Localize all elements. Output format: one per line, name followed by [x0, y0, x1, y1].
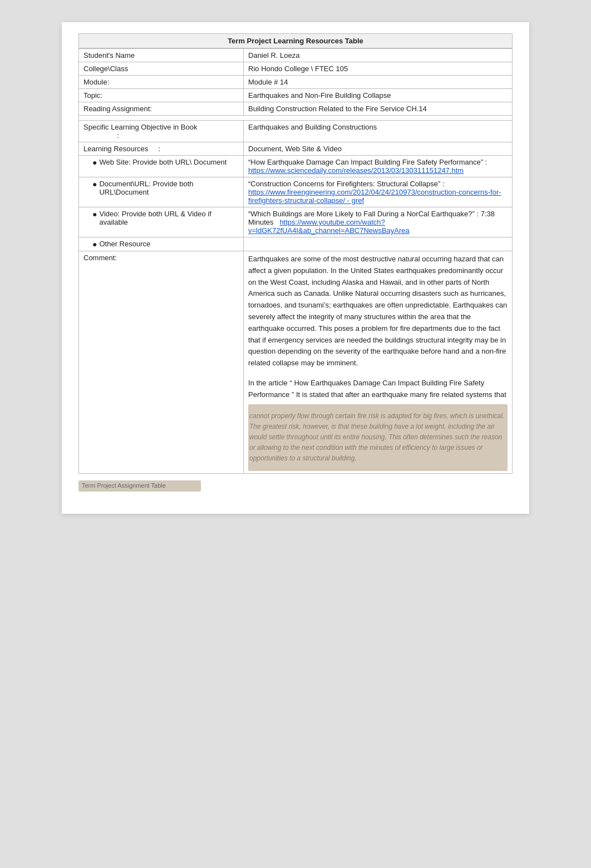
college-value: Rio Hondo College \ FTEC 105 — [244, 62, 513, 76]
slo-row: Specific Learning Objective in Book : Ea… — [79, 121, 513, 142]
main-table: Student's Name Daniel R. Loeza College\C… — [78, 48, 513, 474]
topic-value: Earthquakes and Non-Fire Building Collap… — [244, 89, 513, 102]
web-content: “How Earthquake Damage Can Impact Buildi… — [244, 156, 513, 177]
slo-value: Earthquakes and Building Constructions — [244, 121, 513, 142]
table-row: Topic: Earthquakes and Non-Fire Building… — [79, 89, 513, 102]
document-row: ● Document\URL: Provide both URL\Documen… — [79, 177, 513, 207]
website-row: ● Web Site: Provide both URL\ Document “… — [79, 156, 513, 177]
other-row: ● Other Resource — [79, 237, 513, 251]
video-content: “Which Buildings are More Likely to Fall… — [244, 207, 513, 237]
module-label: Module: — [79, 76, 244, 89]
other-label: ● Other Resource — [79, 237, 244, 251]
reading-label: Reading Assignment: — [79, 102, 244, 116]
table-row: Reading Assignment: Building Constructio… — [79, 102, 513, 116]
footer-bar: Term Project Assignment Table — [78, 480, 201, 492]
table-row: Module: Module # 14 — [79, 76, 513, 89]
comment-paragraph-1: Earthquakes are some of the most destruc… — [248, 254, 508, 369]
doc-label: ● Document\URL: Provide both URL\Documen… — [79, 177, 244, 207]
student-name-value: Daniel R. Loeza — [244, 49, 513, 62]
comment-paragraph-2: In the article “ How Earthquakes Damage … — [248, 378, 508, 401]
topic-label: Topic: — [79, 89, 244, 102]
comment-content: Earthquakes are some of the most destruc… — [244, 251, 513, 474]
web-link[interactable]: https://www.sciencedaily.com/releases/20… — [248, 166, 464, 175]
video-bullet: ● — [92, 210, 97, 219]
doc-content: “Construction Concerns for Firefighters:… — [244, 177, 513, 207]
comment-row: Comment: Earthquakes are some of the mos… — [79, 251, 513, 474]
lr-value: Document, Web Site & Video — [244, 142, 513, 156]
module-value: Module # 14 — [244, 76, 513, 89]
video-row: ● Video: Provide both URL & Video if ava… — [79, 207, 513, 237]
web-bullet: ● — [92, 158, 97, 167]
lr-label: Learning Resources : — [79, 142, 244, 156]
lr-header-row: Learning Resources : Document, Web Site … — [79, 142, 513, 156]
table-row: College\Class Rio Hondo College \ FTEC 1… — [79, 62, 513, 76]
student-name-label: Student's Name — [79, 49, 244, 62]
college-label: College\Class — [79, 62, 244, 76]
comment-label: Comment: — [79, 251, 244, 474]
doc-bullet: ● — [92, 180, 97, 189]
slo-label: Specific Learning Objective in Book : — [79, 121, 244, 142]
table-title: Term Project Learning Resources Table — [78, 33, 513, 48]
video-label: ● Video: Provide both URL & Video if ava… — [79, 207, 244, 237]
web-label: ● Web Site: Provide both URL\ Document — [79, 156, 244, 177]
table-row: Student's Name Daniel R. Loeza — [79, 49, 513, 62]
blurred-content: cannot properly flow through certain fir… — [248, 404, 508, 471]
spacer-row — [79, 116, 513, 121]
doc-link[interactable]: https://www.fireengineering.com/2012/04/… — [248, 188, 501, 205]
other-bullet: ● — [92, 240, 97, 249]
footer-text: Term Project Assignment Table — [78, 480, 201, 490]
reading-value: Building Construction Related to the Fir… — [244, 102, 513, 116]
other-content — [244, 237, 513, 251]
page: Term Project Learning Resources Table St… — [62, 22, 529, 514]
